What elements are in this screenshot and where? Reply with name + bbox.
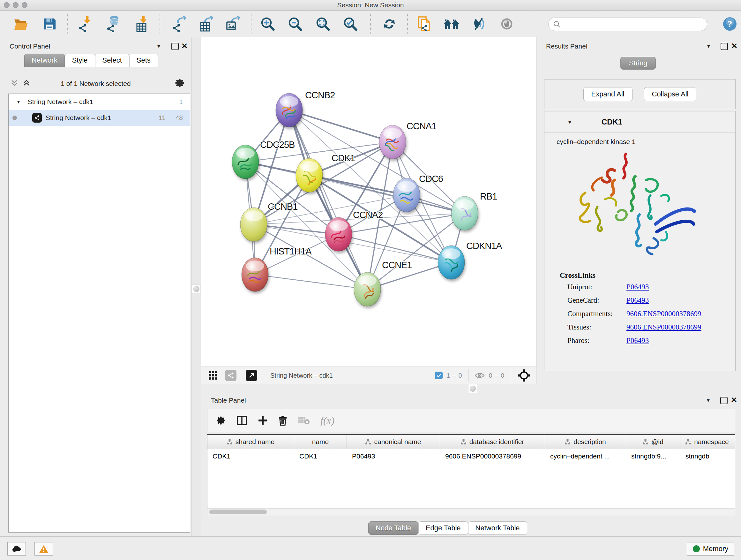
save-session-icon[interactable] [41,15,58,33]
function-builder-icon[interactable]: f(x) [320,415,334,427]
import-table-from-file-icon[interactable] [133,15,150,33]
node-CCNB2[interactable] [276,93,302,127]
control-panel-close-icon[interactable]: ✕ [181,43,188,49]
export-network-icon[interactable] [171,15,187,33]
cloud-button[interactable] [7,542,26,556]
table-cell[interactable]: 9606.ENSP00000378699 [440,449,545,463]
warnings-button[interactable] [35,542,53,556]
export-image-icon[interactable] [224,15,240,33]
control-panel-menu-icon[interactable]: ▼ [156,44,161,49]
expand-all-button[interactable]: Expand All [583,87,632,101]
table-cell[interactable]: stringdb:9... [626,449,680,463]
results-panel-menu-icon[interactable]: ▼ [706,44,711,49]
help-icon[interactable]: ? [722,15,738,33]
edge-CCNB2-CCNA1[interactable] [289,110,393,142]
control-panel-float-icon[interactable] [172,43,179,50]
detach-view-icon[interactable] [246,370,257,381]
show-columns-icon[interactable] [237,415,247,426]
table-settings-gear-icon[interactable] [216,416,226,425]
node-HIST1H1A[interactable] [242,258,268,292]
table-cell[interactable]: cyclin–dependent ... [545,449,626,463]
delete-table-icon[interactable] [298,416,310,425]
tab-style[interactable]: Style [65,54,95,67]
network-collection-row[interactable]: ▼ String Network – cdk1 1 [9,94,190,110]
horizontal-splitter-handle[interactable] [468,384,477,393]
column-header--id[interactable]: @id [626,435,680,449]
node-RB1[interactable] [451,196,478,230]
column-header-canonical-name[interactable]: canonical name [347,435,440,449]
tab-node-table[interactable]: Node Table [368,521,418,535]
zoom-fit-content-icon[interactable] [315,15,331,33]
collapse-all-button[interactable]: Collapse All [644,87,697,101]
node-CDC6[interactable] [393,178,420,212]
table-cell[interactable]: P06493 [347,449,440,463]
network-row-selected[interactable]: String Network – cdk1 11 48 [9,110,190,126]
crosslink-link[interactable]: 9606.ENSP00000378699 [626,323,701,331]
import-network-from-database-icon[interactable] [105,15,122,33]
crosslink-link[interactable]: P06493 [626,283,649,291]
zoom-selected-icon[interactable] [342,15,359,33]
crosslink-link[interactable]: 9606.ENSP00000378699 [626,310,701,318]
table-row[interactable]: CDK1CDK1P064939606.ENSP00000378699cyclin… [207,449,735,463]
tab-network[interactable]: Network [24,54,65,67]
tree-expand-icon[interactable]: ▼ [16,99,21,105]
left-splitter-handle[interactable] [192,285,201,294]
grid-view-icon[interactable] [208,371,218,380]
crosslink-link[interactable]: P06493 [626,296,649,305]
table-cell[interactable]: CDK1 [294,449,347,463]
network-canvas[interactable]: CCNB2CCNA1CDC25BCDK1CDC6RB1CCNB1CCNA2CDK… [201,37,536,367]
table-panel-float-icon[interactable] [720,397,728,404]
table-cell[interactable]: CDK1 [207,449,294,463]
export-table-icon[interactable] [197,15,213,33]
node-CCNA1[interactable] [379,125,406,159]
memory-button[interactable]: Memory [687,542,734,556]
tab-edge-table[interactable]: Edge Table [418,521,468,535]
open-session-icon[interactable] [12,15,29,33]
table-panel-close-icon[interactable]: ✕ [731,397,737,403]
hide-glass-effect-icon[interactable] [470,15,487,33]
tab-select[interactable]: Select [95,54,129,67]
column-header-namespace[interactable]: namespace [680,435,734,449]
column-header-database-identifier[interactable]: database identifier [440,435,545,449]
selected-checkbox-icon[interactable] [435,372,443,379]
hidden-eye-icon[interactable] [474,371,485,380]
copy-network-icon[interactable] [416,15,433,33]
edge-HIST1H1A-CCNE1[interactable] [255,274,367,289]
birds-eye-view-icon[interactable] [225,370,237,381]
scrollbar-thumb[interactable] [209,509,267,514]
node-CCNA2[interactable] [325,217,352,251]
edge-CCNA2-CDKN1A[interactable] [339,234,451,262]
column-header-description[interactable]: description [545,435,626,449]
refresh-network-icon[interactable] [381,15,398,33]
table-cell[interactable]: stringdb [680,449,734,463]
crosslink-link[interactable]: P06493 [626,336,649,345]
node-CDK1[interactable] [296,159,323,192]
node-CDC25B[interactable] [232,145,259,179]
zoom-in-icon[interactable] [259,15,276,33]
node-CDKN1A[interactable] [438,246,465,279]
import-network-from-file-icon[interactable] [76,15,92,33]
tab-sets[interactable]: Sets [129,54,158,67]
search-box[interactable] [548,17,707,31]
search-input[interactable] [561,20,696,28]
fit-selected-crosshair-icon[interactable] [518,369,530,382]
column-header-shared-name[interactable]: shared name [207,435,294,449]
network-panel-gear-icon[interactable] [175,78,185,88]
string-home-icon[interactable] [443,15,460,33]
results-panel-close-icon[interactable]: ✕ [731,43,738,49]
left-splitter[interactable] [192,37,201,537]
add-column-icon[interactable] [258,416,267,425]
show-glass-effect-icon[interactable] [498,15,515,33]
edge-CDC25B-CDC6[interactable] [246,162,407,195]
delete-column-trash-icon[interactable] [278,415,287,426]
table-horizontal-scrollbar[interactable] [207,508,735,516]
node-CCNE1[interactable] [354,272,381,306]
tab-string[interactable]: String [620,57,656,70]
tab-network-table[interactable]: Network Table [468,521,527,535]
zoom-out-icon[interactable] [287,15,304,33]
protein-card-header[interactable]: ▼ CDK1 [544,111,735,133]
edge-CCNB2-CCNE1[interactable] [289,110,367,289]
results-panel-float-icon[interactable] [721,43,728,50]
table-panel-menu-icon[interactable]: ▼ [706,397,711,403]
column-header-name[interactable]: name [294,435,347,449]
